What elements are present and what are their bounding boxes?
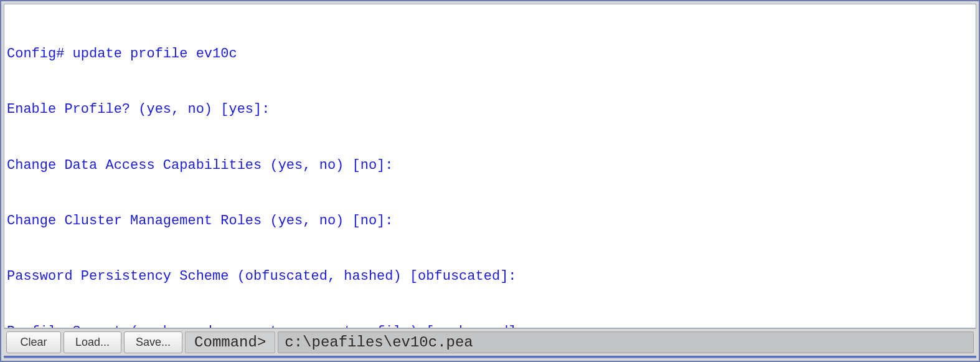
save-button[interactable]: Save...	[124, 331, 182, 353]
console-line: Password Persistency Scheme (obfuscated,…	[7, 267, 973, 286]
clear-button[interactable]: Clear	[6, 331, 61, 353]
console-output[interactable]: Config# update profile ev10c Enable Prof…	[4, 4, 976, 328]
accent-bar	[4, 356, 976, 358]
console-line: Enable Profile? (yes, no) [yes]:	[7, 100, 973, 119]
console-line: Config# update profile ev10c	[7, 45, 973, 64]
console-line: Change Data Access Capabilities (yes, no…	[7, 156, 973, 175]
command-toolbar: Clear Load... Save... Command>	[4, 328, 976, 355]
console-line: Change Cluster Management Roles (yes, no…	[7, 212, 973, 231]
app-frame: Config# update profile ev10c Enable Prof…	[0, 0, 980, 362]
console-line: Profile Secret (unchanged, prompt, gener…	[7, 323, 973, 328]
load-button[interactable]: Load...	[64, 331, 121, 353]
command-input[interactable]	[278, 331, 974, 353]
command-prompt-label: Command>	[185, 331, 275, 353]
